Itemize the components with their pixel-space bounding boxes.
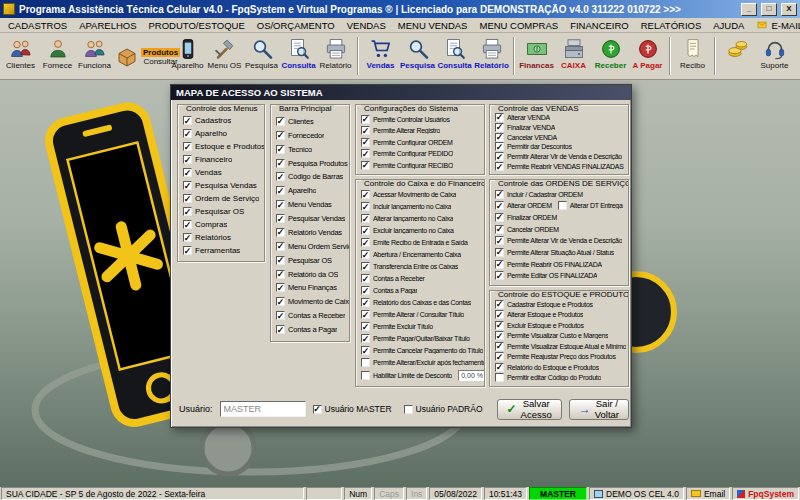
checkbox-permite-alterar-excluir-apos-fechamento[interactable]: Permite Alterar/Excluir após fechamento — [361, 358, 485, 367]
checkbox-financeiro[interactable]: ✓Financeiro — [183, 155, 232, 164]
checkbox-tecnico[interactable]: ✓Tecnico — [276, 145, 312, 154]
toolbar-relatorio[interactable]: Relatório — [473, 34, 510, 78]
checkbox-permite-reabrir-vendas-finalizadas[interactable]: ✓Permite Reabrir VENDAS FINALIZADAS — [495, 162, 624, 171]
checkbox-estoque-e-produtos[interactable]: ✓Estoque e Produtos — [183, 142, 265, 151]
checkbox-permite-excluir-titulo[interactable]: ✓Permite Excluir Título — [361, 322, 433, 331]
checkbox-relatorios[interactable]: ✓Relatórios — [183, 233, 231, 242]
menu-relatorios[interactable]: RELATÓRIOS — [635, 20, 708, 31]
close-button[interactable]: X — [781, 3, 797, 16]
menu-os-orcamento[interactable]: OS/ORÇAMENTO — [251, 20, 341, 31]
checkbox-permite-pagar-quitar-baixar-titulo[interactable]: ✓Permite Pagar/Quitar/Baixar Título — [361, 334, 470, 343]
menu-menu-compras[interactable]: MENU COMPRAS — [473, 20, 564, 31]
checkbox-incluir-cadastrar-ordem[interactable]: ✓Incluir / Cadastrar ORDEM — [495, 190, 583, 199]
checkbox-finalizar-ordem[interactable]: ✓Finalizar ORDEM — [495, 213, 557, 222]
checkbox-cancelar-ordem[interactable]: ✓Cancelar ORDEM — [495, 225, 559, 234]
checkbox-finalizar-venda[interactable]: ✓Finalizar VENDA — [495, 123, 555, 132]
checkbox-alterar-estoque-e-produtos[interactable]: ✓Alterar Estoque e Produtos — [495, 310, 583, 319]
checkbox-permite-configurar-ordem[interactable]: ✓Permite Configurar ORDEM — [361, 138, 453, 147]
checkbox-permitir-alterar-vlr-de-venda-e-descricao[interactable]: ✓Permitir Alterar Vlr de Venda e Descriç… — [495, 152, 622, 161]
checkbox-relatorio-dos-caixas-e-das-contas[interactable]: ✓Relatório dos Caixas e das Contas — [361, 298, 471, 307]
toolbar-pesquisa[interactable]: Pesquisa — [399, 34, 436, 78]
checkbox-menu-ordem-servico[interactable]: ✓Menu Ordem Serviço — [276, 242, 350, 251]
toolbar-vendas[interactable]: Vendas — [362, 34, 399, 78]
checkbox-permitir-dar-descontos[interactable]: ✓Permitir dar Descontos — [495, 142, 572, 151]
checkbox-relatorio-vendas[interactable]: ✓Relatório Vendas — [276, 228, 342, 237]
checkbox-usuario-padrao[interactable]: Usuário PADRÃO — [404, 404, 483, 414]
checkbox-permite-reabrir-os-finalizada[interactable]: ✓Permite Reabrir OS FINALIZADA — [495, 260, 602, 269]
checkbox-contas-a-receber[interactable]: ✓Contas a Receber — [276, 311, 345, 320]
checkbox-permitir-editar-codigo-do-produto[interactable]: Permitir editar Código do Produto — [495, 373, 601, 382]
checkbox-pesquisar-os[interactable]: ✓Pesquisar OS — [183, 207, 244, 216]
exit-back-button[interactable]: → Sair / Voltar — [569, 399, 629, 420]
toolbar-suporte[interactable]: Suporte — [756, 34, 793, 78]
checkbox-movimento-de-caixa[interactable]: ✓Movimento de Caixa — [276, 297, 350, 306]
checkbox-aparelho[interactable]: ✓Aparelho — [183, 129, 227, 138]
checkbox-cadastrar-estoque-e-produtos[interactable]: ✓Cadastrar Estoque e Produtos — [495, 300, 593, 309]
toolbar-financas[interactable]: Financas — [518, 34, 555, 78]
checkbox-ordem-de-servico[interactable]: ✓Ordem de Serviço — [183, 194, 259, 203]
save-access-button[interactable]: ✓ Salvar Acesso — [497, 399, 562, 420]
toolbar-clientes[interactable]: Clientes — [2, 34, 39, 78]
checkbox-pesquisa-produtos[interactable]: ✓Pesquisa Produtos — [276, 159, 348, 168]
checkbox-permite-alterar-situacao-atual-status[interactable]: ✓Permite Alterar Situação Atual / Status — [495, 248, 614, 257]
checkbox-pesquisa-vendas[interactable]: ✓Pesquisa Vendas — [183, 181, 257, 190]
menu-aparelhos[interactable]: APARELHOS — [73, 20, 142, 31]
checkbox-compras[interactable]: ✓Compras — [183, 220, 227, 229]
checkbox-permite-controlar-usuarios[interactable]: ✓Permite Controlar Usuários — [361, 115, 450, 124]
toolbar-fornece[interactable]: Fornece — [39, 34, 76, 78]
checkbox-contas-a-pagar[interactable]: ✓Contas a Pagar — [361, 286, 417, 295]
checkbox-relatorio-da-os[interactable]: ✓Relatório da OS — [276, 270, 338, 279]
checkbox-relatorio-do-estoque-e-produtos[interactable]: ✓Relatório do Estoque e Produtos — [495, 363, 599, 372]
checkbox-habilitar-limite-de-desconto[interactable]: Habilitar Limite de Desconto — [361, 371, 452, 380]
checkbox-permite-alterar-consultar-titulo[interactable]: ✓Permite Alterar / Consultar Título — [361, 310, 464, 319]
toolbar-exit-icon[interactable] — [793, 34, 800, 78]
checkbox-acessar-movimento-de-caixa[interactable]: ✓Acessar Movimento de Caixa — [361, 190, 456, 199]
checkbox-contas-a-receber[interactable]: ✓Contas a Receber — [361, 274, 425, 283]
checkbox-usuario-master[interactable]: ✓Usuário MASTER — [313, 404, 392, 414]
checkbox-vendas[interactable]: ✓Vendas — [183, 168, 222, 177]
toolbar-recibo[interactable]: Recibo — [674, 34, 711, 78]
checkbox-cadastros[interactable]: ✓Cadastros — [183, 116, 231, 125]
menu-financeiro[interactable]: FINANCEIRO — [564, 20, 635, 31]
toolbar-caixa[interactable]: CAIXA — [555, 34, 592, 78]
toolbar-menu-os[interactable]: Menu OS — [206, 34, 243, 78]
usuario-input[interactable] — [220, 401, 306, 417]
menu-produto-estoque[interactable]: PRODUTO/ESTOQUE — [143, 20, 251, 31]
toolbar-aparelho[interactable]: Aparelho — [169, 34, 206, 78]
checkbox-alterar-dt-entrega[interactable]: Alterar DT Entrega — [558, 201, 623, 210]
menu-email[interactable]: E-MAIL — [750, 20, 800, 31]
checkbox-alterar-lancamento-no-caixa[interactable]: ✓Alterar lançamento no Caixa — [361, 214, 453, 223]
minimize-button[interactable]: _ — [741, 3, 757, 16]
checkbox-alterar-venda[interactable]: ✓Alterar VENDA — [495, 113, 550, 122]
toolbar-relatorio[interactable]: Relatório — [317, 34, 354, 78]
toolbar-receber[interactable]: Receber — [592, 34, 629, 78]
checkbox-permite-alterar-vlr-de-venda-e-descricao[interactable]: ✓Permite Alterar Vlr de Venda e Descriçã… — [495, 236, 622, 245]
maximize-button[interactable]: □ — [761, 3, 777, 16]
checkbox-aparelho[interactable]: ✓Aparelho — [276, 186, 316, 195]
toolbar-produtos[interactable]: ProdutosConsultar — [113, 34, 169, 78]
menu-menu-vendas[interactable]: MENU VENDAS — [392, 20, 474, 31]
menu-vendas[interactable]: VENDAS — [341, 20, 392, 31]
checkbox-menu-vendas[interactable]: ✓Menu Vendas — [276, 200, 332, 209]
checkbox-fornecedor[interactable]: ✓Fornecedor — [276, 131, 324, 140]
checkbox-excluir-lancamento-no-caixa[interactable]: ✓Excluir lançamento no Caixa — [361, 226, 454, 235]
checkbox-permite-visualizar-custo-e-margens[interactable]: ✓Permite Visualizar Custo e Margens — [495, 331, 608, 340]
toolbar-consulta[interactable]: Consulta — [436, 34, 473, 78]
checkbox-menu-financas[interactable]: ✓Menu Finanças — [276, 283, 337, 292]
menu-cadastros[interactable]: CADASTROS — [2, 20, 73, 31]
checkbox-pesquisar-vendas[interactable]: ✓Pesquisar Vendas — [276, 214, 345, 223]
menu-ajuda[interactable]: AJUDA — [707, 20, 750, 31]
checkbox-permite-visualizar-estoque-atual-e-minimo[interactable]: ✓Permite Visualizar Estoque Atual e Mini… — [495, 342, 626, 351]
checkbox-permite-editar-os-finalizada[interactable]: ✓Permite Editar OS FINALIZADA — [495, 271, 597, 280]
checkbox-permite-configurar-recibo[interactable]: ✓Permite Configurar RECIBO — [361, 161, 453, 170]
checkbox-ferramentas[interactable]: ✓Ferramentas — [183, 246, 240, 255]
checkbox-cancelar-venda[interactable]: ✓Cancelar VENDA — [495, 133, 557, 142]
toolbar-a-pagar[interactable]: A Pagar — [629, 34, 666, 78]
checkbox-incluir-lancamento-no-caixa[interactable]: ✓Incluir lançamento no Caixa — [361, 202, 451, 211]
checkbox-permite-alterar-registro[interactable]: ✓Permite Alterar Registro — [361, 126, 440, 135]
checkbox-permite-cancelar-pagamento-do-titulo[interactable]: ✓Permite Cancelar Pagamento do Título — [361, 346, 483, 355]
toolbar-coins-icon[interactable] — [719, 34, 756, 78]
toolbar-consulta[interactable]: Consulta — [280, 34, 317, 78]
checkbox-clientes[interactable]: ✓Clientes — [276, 117, 314, 126]
toolbar-pesquisa[interactable]: Pesquisa — [243, 34, 280, 78]
